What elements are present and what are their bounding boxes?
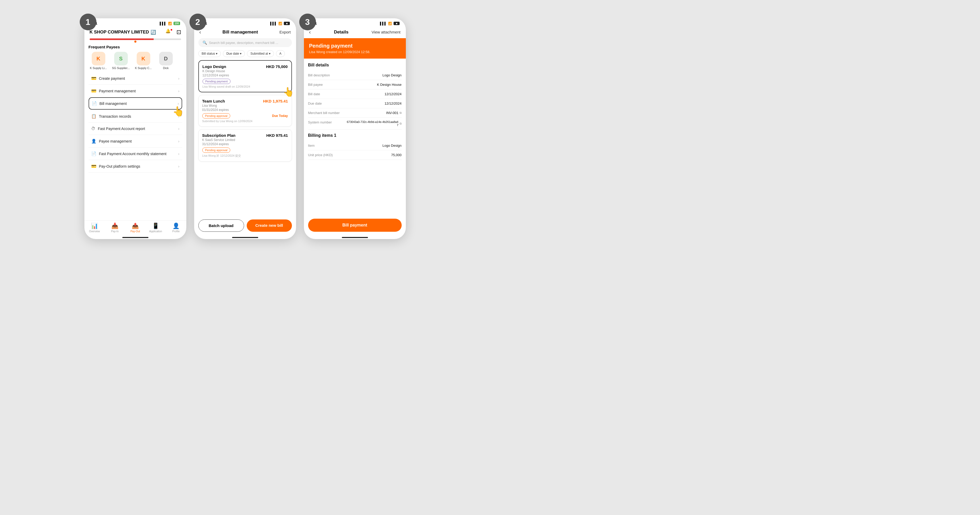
billing-items-title: Billing items 1 <box>308 133 402 138</box>
stmt-icon: 📄 <box>91 151 96 156</box>
bill-header-1: Team Lunch HKD 1,975.41 <box>202 99 288 103</box>
detail-label-2: Bill date <box>308 92 320 96</box>
filter-bill-status[interactable]: Bill status ▾ <box>198 50 221 57</box>
fpa-label: Fast Payment Account report <box>98 127 145 131</box>
refresh-icon[interactable]: 🔄 <box>151 30 156 35</box>
overview-label: Overview <box>89 230 100 233</box>
payout-icon: 💳 <box>91 164 96 169</box>
filter-due-date[interactable]: Due date ▾ <box>223 50 245 57</box>
billing-label-1: Unit price (HKD) <box>308 153 333 157</box>
home-bar-1 <box>122 237 148 238</box>
tx-label: Transaction records <box>99 114 131 118</box>
bill-amount-2: HKD 975.41 <box>266 133 288 137</box>
notification-icon[interactable]: 🔔 <box>165 29 173 36</box>
menu-payout-settings[interactable]: 💳 Pay-Out platform settings › <box>89 160 182 173</box>
bill-expires-2: 31/12/2024 expires <box>202 142 288 146</box>
pending-title: Pending payment <box>309 43 401 49</box>
payment-mgmt-label: Payment management <box>99 89 136 93</box>
batch-upload-button[interactable]: Batch upload <box>198 220 244 232</box>
chevron-payment-mgmt: › <box>178 89 180 93</box>
bill-payee-0: K Design House <box>202 69 288 73</box>
create-new-bill-button[interactable]: Create new bill <box>247 220 292 232</box>
status-badge-2: Pending approval <box>202 148 231 153</box>
nav-overview[interactable]: 📊 Overview <box>84 223 105 233</box>
menu-payee-mgmt[interactable]: 👤 Payee management › <box>89 135 182 148</box>
payee-name-1: SG Supplier... <box>111 67 131 70</box>
payout-label: Pay-Out platform settings <box>99 164 140 169</box>
battery-icon-1: 100 <box>173 22 180 25</box>
application-icon: 📱 <box>152 223 159 230</box>
menu-fpa-report[interactable]: ⏱ Fast Payment Account report › <box>89 123 182 135</box>
bill-payee-1: Lisa Wong <box>202 104 288 107</box>
detail-value-4-text: INV-001 <box>386 111 399 115</box>
nav-payin[interactable]: 📥 Pay-In <box>105 223 125 233</box>
bill-details-title: Bill details <box>308 63 402 67</box>
payee-avatar-2: K <box>137 52 150 65</box>
bill-amount-1: HKD 1,975.41 <box>263 99 288 103</box>
copy-icon-5[interactable]: ⧉ <box>399 122 402 125</box>
home-indicator-1 <box>84 234 186 239</box>
payout-nav-label: Pay-Out <box>130 230 140 233</box>
signal-icon-2: ▌▌▌ <box>270 22 277 26</box>
status-badge-0: Pending payment <box>202 79 231 84</box>
payee-item-1[interactable]: S SG Supplier... <box>111 52 131 70</box>
payee-icon: 👤 <box>91 139 96 143</box>
detail-value-3: 12/12/2024 <box>384 102 401 105</box>
bill-card-2[interactable]: Subscription Plan HKD 975.41 K SaaS Serv… <box>198 129 292 162</box>
menu-create-payment[interactable]: 💳 Create payment › <box>89 72 182 85</box>
nav-payout[interactable]: 📤 Pay-Out <box>125 223 146 233</box>
bill-card-0[interactable]: Logo Design HKD 75,000 K Design House 12… <box>198 60 292 92</box>
menu-fpa-statement[interactable]: 📄 Fast Payment Account monthly statement… <box>89 148 182 160</box>
detail-label-4: Merchant bill number <box>308 111 340 115</box>
step3-badge: 3 <box>299 14 316 30</box>
screen3-title: Details <box>334 30 348 35</box>
menu-left-stmt: 📄 Fast Payment Account monthly statement <box>91 151 167 156</box>
copy-icon-4[interactable]: ⧉ <box>399 111 402 115</box>
nav-application[interactable]: 📱 Application <box>146 223 166 233</box>
bottom-buttons-2: Batch upload Create new bill <box>194 216 296 234</box>
menu-left-payout: 💳 Pay-Out platform settings <box>91 164 140 169</box>
search-bar[interactable]: 🔍 Search bill payee, description, mercha… <box>198 38 292 47</box>
detail-value-5: 673043a0-732c-4b9d-a14e-4b261aa8a47 ⧉ <box>345 120 402 127</box>
scan-icon[interactable]: ⊡ <box>177 29 181 35</box>
menu-left-payment-mgmt: 💳 Payment management <box>91 88 136 93</box>
bill-submitted-1: Submitted by Lisa Wong on 12/09/2024 <box>202 120 288 123</box>
menu-bill-management[interactable]: 📄 Bill management › 👆 <box>89 97 182 110</box>
bill-payment-button[interactable]: Bill payment <box>308 218 402 232</box>
bill-expires-0: 12/12/2024 expires <box>202 73 288 77</box>
bill-status-row-0: Pending payment <box>202 79 288 84</box>
filter-due-date-label: Due date ▾ <box>226 52 242 56</box>
bill-card-1[interactable]: Team Lunch HKD 1,975.41 Lisa Wong 01/31/… <box>198 95 292 127</box>
menu-left-tx: 📋 Transaction records <box>91 114 131 119</box>
menu-left-bill-mgmt: 📄 Bill management <box>92 101 127 106</box>
nav-profile[interactable]: 👤 Profile <box>166 223 186 233</box>
payee-item-3[interactable]: D Dick <box>156 52 176 70</box>
detail-value-0: Logo Design <box>383 73 402 77</box>
payee-item-2[interactable]: K K Supply C... <box>134 52 153 70</box>
battery-icon-2: ■ <box>284 22 290 25</box>
detail-value-1: K Design House <box>377 83 402 86</box>
payee-name-2: K Supply C... <box>134 67 153 70</box>
bill-header-0: Logo Design HKD 75,000 <box>202 64 288 69</box>
company-name: K SHOP COMPANY LIMITED 🔄 <box>90 30 156 35</box>
billing-label-0: Item <box>308 143 315 148</box>
home-indicator-2 <box>194 234 296 239</box>
filter-submitted-at[interactable]: Submitted at ▾ <box>247 50 274 57</box>
profile-icon: 👤 <box>172 223 180 230</box>
progress-bar <box>90 38 181 40</box>
bill-status-row-2: Pending approval <box>202 148 288 153</box>
bill-desc-2: Subscription Plan <box>202 133 236 137</box>
detail-label-1: Bill payee <box>308 83 323 86</box>
menu-list: 💳 Create payment › 💳 Payment management … <box>84 72 186 220</box>
status-bar-1: 9:21 ▌▌▌ 📶 100 <box>84 18 186 27</box>
export-button[interactable]: Export <box>279 30 291 34</box>
payee-label: Payee management <box>99 139 132 143</box>
menu-transaction-records[interactable]: 📋 Transaction records › <box>89 110 182 123</box>
filter-extra[interactable]: A <box>276 50 285 57</box>
menu-payment-management[interactable]: 💳 Payment management › <box>89 85 182 97</box>
view-attachment-button[interactable]: View attachment <box>372 30 401 34</box>
payee-item-0[interactable]: K K Supply Li... <box>89 52 108 70</box>
bill-header-2: Subscription Plan HKD 975.41 <box>202 133 288 137</box>
search-icon: 🔍 <box>202 41 207 45</box>
payout-nav-icon: 📤 <box>132 223 139 230</box>
